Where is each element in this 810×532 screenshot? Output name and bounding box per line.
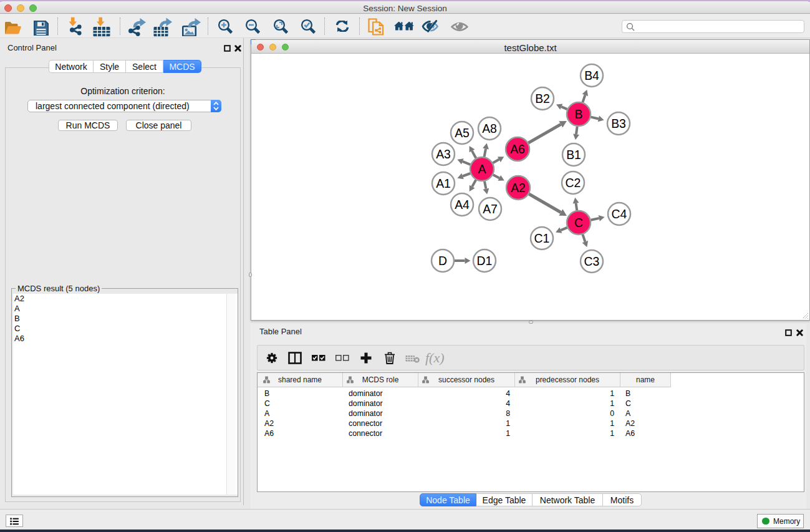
svg-text:C: C <box>574 216 583 230</box>
svg-text:A: A <box>478 162 486 176</box>
svg-text:A5: A5 <box>455 126 470 140</box>
svg-text:B: B <box>575 107 583 121</box>
svg-text:A2: A2 <box>511 181 526 195</box>
svg-text:A3: A3 <box>436 147 451 161</box>
svg-text:C2: C2 <box>566 176 581 190</box>
svg-text:f(x): f(x) <box>425 350 445 365</box>
svg-text:D: D <box>438 254 447 268</box>
svg-text:A6: A6 <box>510 142 525 156</box>
svg-text:C4: C4 <box>612 207 627 221</box>
svg-text:B1: B1 <box>566 148 581 162</box>
svg-text:B4: B4 <box>584 69 599 82</box>
svg-text:B3: B3 <box>611 117 626 130</box>
svg-text:C3: C3 <box>584 254 600 268</box>
svg-text:D1: D1 <box>477 254 493 268</box>
svg-text:C1: C1 <box>534 231 550 245</box>
svg-text:A1: A1 <box>436 177 451 190</box>
svg-text:B2: B2 <box>535 92 550 105</box>
svg-text:A7: A7 <box>483 202 498 216</box>
svg-text:A4: A4 <box>455 198 470 211</box>
svg-text:A8: A8 <box>482 122 497 135</box>
